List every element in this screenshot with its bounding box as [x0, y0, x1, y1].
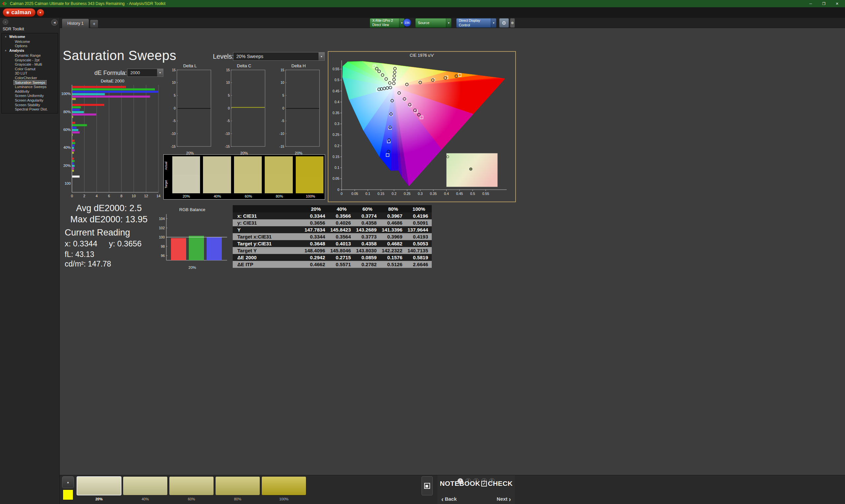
table-cell: 0.0859 — [354, 254, 380, 261]
svg-text:0.55: 0.55 — [333, 67, 340, 71]
table-row-y: Y147.7834145.8423143.2689141.3396137.964… — [233, 226, 432, 233]
sweep-swatch-60[interactable] — [169, 476, 214, 496]
de-formula-select[interactable]: 2000 ▼ — [127, 69, 163, 77]
svg-text:102: 102 — [159, 226, 165, 230]
calman-logo[interactable]: ✳ calman ▼ — [3, 8, 44, 17]
table-cell: 0.4358 — [354, 240, 380, 247]
sidebar-item-welcome[interactable]: Welcome — [2, 39, 58, 44]
svg-text:0: 0 — [341, 192, 342, 196]
layout-toggle-button[interactable] — [422, 476, 433, 496]
sidebar-item-dynamic-range[interactable]: Dynamic Range — [2, 53, 58, 58]
settings-gear-button[interactable]: ⚙ — [499, 18, 509, 28]
svg-text:5: 5 — [174, 94, 176, 97]
patch-preview-column: ▲ — [62, 476, 74, 500]
svg-text:-15: -15 — [280, 145, 284, 148]
sweep-swatch-100[interactable] — [261, 476, 306, 496]
deltae-chart-title: DeltaE 2000 — [61, 78, 164, 84]
tree-group-label: Analysis — [9, 49, 24, 52]
svg-text:100%: 100% — [61, 92, 71, 96]
svg-text:0.5: 0.5 — [334, 78, 339, 82]
table-col-header: 60% — [354, 205, 380, 212]
table-cell: 0.4358 — [354, 219, 380, 226]
sidebar-item-saturation-sweeps[interactable]: Saturation Sweeps — [2, 80, 58, 85]
sidebar-item-screen-angularity[interactable]: Screen Angularity — [2, 98, 58, 103]
patch-popup-button[interactable]: ▲ — [62, 476, 74, 488]
settings-gear-small-button[interactable]: ⚙ — [510, 18, 515, 28]
sidebar-item-label: Screen Uniformity — [14, 94, 45, 97]
sidebar-item-3d-lut[interactable]: 3D LUT — [2, 71, 58, 76]
page-dot-1[interactable]: 1 — [457, 478, 463, 484]
table-cell: 0.3967 — [380, 212, 406, 219]
sweep-swatch-20[interactable] — [76, 476, 122, 496]
cie-chart-svg: 000.050.050.10.10.150.150.20.20.250.250.… — [329, 52, 515, 201]
actual-patch-swatch — [203, 156, 231, 175]
page-dot-4[interactable]: 4 — [481, 478, 487, 484]
display-control-dropdown[interactable]: Direct Display Control ▼ — [456, 18, 496, 28]
reading-fl: fL: 43.13 — [65, 250, 94, 259]
de-formula-label: dE Formula: — [94, 70, 127, 76]
sidebar-item-luminance-sweeps[interactable]: Luminance Sweeps — [2, 85, 58, 89]
patch-level-label: 40% — [203, 194, 231, 198]
sidebar-item-grayscale-2pt[interactable]: Grayscale - 2pt — [2, 58, 58, 62]
sidebar-item-label: Dynamic Range — [14, 53, 41, 57]
patch-column-60 — [234, 156, 262, 193]
patch-column-80 — [265, 156, 293, 193]
sidebar: • ◀ SDR Toolkit ▴WelcomeWelcomeOptions▴A… — [0, 18, 60, 504]
tree-group-analysis[interactable]: ▴Analysis — [2, 48, 58, 53]
svg-text:-15: -15 — [225, 145, 230, 148]
sidebar-item-grayscale-multi[interactable]: Grayscale - Multi — [2, 62, 58, 67]
svg-text:98: 98 — [161, 245, 165, 248]
sidebar-item-additivity[interactable]: Additivity — [2, 89, 58, 94]
table-row-label: ΔE 2000 — [233, 254, 303, 261]
collapse-sidebar-button[interactable]: ◀ — [51, 19, 58, 26]
sidebar-item-options[interactable]: Options — [2, 44, 58, 49]
table-cell: 0.5126 — [380, 261, 406, 268]
delta-l-chart: Delta L 151050-5-10-15 20% — [168, 63, 212, 155]
close-button[interactable]: ✕ — [830, 0, 844, 7]
maximize-button[interactable]: ❐ — [817, 0, 830, 7]
levels-select[interactable]: 20% Sweeps ▼ — [233, 52, 325, 61]
page-dot-3[interactable]: 3 — [473, 478, 479, 484]
svg-text:0.35: 0.35 — [430, 192, 437, 196]
sidebar-item-screen-stability[interactable]: Screen Stability — [2, 103, 58, 107]
deltae-chart-svg: 02468101214100%80%60%40%20%100 — [61, 84, 164, 200]
page-dot-5[interactable]: 5 — [489, 478, 495, 484]
svg-text:0.55: 0.55 — [482, 192, 489, 196]
current-patch-swatch — [63, 489, 73, 500]
minimize-button[interactable]: ─ — [804, 0, 817, 7]
page-dot-2[interactable]: 2 — [465, 478, 471, 484]
target-patch-swatch — [172, 175, 200, 193]
sidebar-item-label: Luminance Sweeps — [14, 85, 48, 89]
sidebar-item-label: Color Gamut — [14, 67, 36, 71]
svg-text:20%: 20% — [64, 164, 71, 167]
patch-level-label: 20% — [172, 194, 200, 198]
table-cell: 0.4193 — [406, 233, 432, 240]
logo-menu-button[interactable]: ▼ — [37, 9, 44, 17]
de-formula-value: 2000 — [130, 70, 140, 75]
back-button[interactable]: ‹ Back — [441, 496, 457, 502]
target-patch-swatch — [265, 175, 293, 193]
levels-value: 20% Sweeps — [236, 54, 263, 59]
sidebar-item-spectral-power-dist[interactable]: Spectral Power Dist. — [2, 107, 58, 111]
next-button[interactable]: Next › — [497, 496, 511, 502]
logo-text: calman — [11, 9, 31, 16]
sidebar-item-colorchecker[interactable]: ColorChecker — [2, 75, 58, 80]
sweep-swatch-80[interactable] — [215, 476, 260, 496]
table-col-header: 100% — [406, 205, 432, 212]
sidebar-item-color-gamut[interactable]: Color Gamut — [2, 67, 58, 71]
meter-dropdown[interactable]: X-Rite i1Pro 2 Direct View ▼ — [370, 18, 405, 28]
panel-menu-button[interactable]: • — [3, 19, 8, 25]
source-dropdown[interactable]: Source ▼ — [415, 18, 452, 28]
tab-history-1[interactable]: History 1 — [62, 18, 89, 28]
add-tab-button[interactable]: + — [90, 19, 99, 28]
svg-text:0.05: 0.05 — [351, 192, 358, 196]
window-title: Calman 2025 Calman Ultimate for Business… — [10, 1, 165, 6]
table-cell: 0.5571 — [329, 261, 354, 268]
svg-text:0.45: 0.45 — [333, 89, 340, 93]
table-cell: 0.3656 — [303, 219, 329, 226]
tree-group-welcome[interactable]: ▴Welcome — [2, 34, 58, 39]
svg-text:0.45: 0.45 — [456, 192, 463, 196]
sidebar-item-screen-uniformity[interactable]: Screen Uniformity — [2, 94, 58, 98]
svg-text:-15: -15 — [171, 145, 176, 148]
sweep-swatch-40[interactable] — [123, 476, 168, 496]
